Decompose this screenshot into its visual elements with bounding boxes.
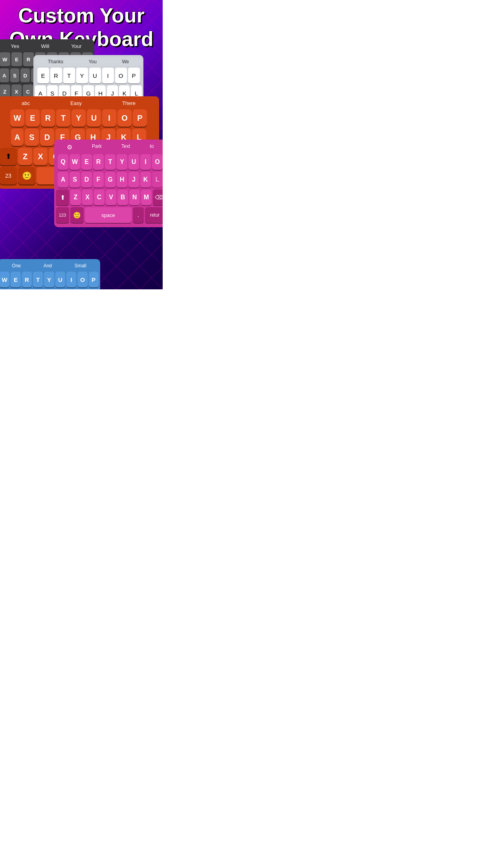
key-p[interactable]: P	[89, 272, 99, 287]
key-t[interactable]: T	[56, 109, 70, 127]
key-w[interactable]: W	[70, 154, 80, 170]
emoji-key[interactable]: 🙂	[70, 207, 84, 223]
key-o[interactable]: O	[77, 272, 87, 287]
key-e[interactable]: E	[81, 154, 92, 170]
key-x[interactable]: X	[82, 189, 93, 205]
key-k[interactable]: K	[140, 172, 151, 188]
suggestion-will[interactable]: Will	[41, 43, 49, 49]
autocomplete-light: Thanks You We	[35, 57, 142, 66]
key-v[interactable]: V	[106, 189, 116, 205]
key-s[interactable]: S	[70, 172, 80, 188]
key-i[interactable]: I	[140, 154, 151, 170]
key-d[interactable]: D	[20, 68, 30, 83]
key-o[interactable]: O	[115, 68, 127, 83]
app-container: Custom YourOwn Keyboard Yes Will Your W …	[0, 0, 163, 289]
suggestion-abc[interactable]: abc	[22, 100, 30, 106]
key-g[interactable]: G	[105, 172, 116, 188]
suggestion-text[interactable]: Text	[121, 143, 130, 151]
pink-row-3: ⬆ Z X C V B N M ⌫	[56, 189, 163, 205]
suggestion-small[interactable]: Small	[75, 263, 86, 268]
autocomplete-dark: Yes Will Your	[0, 42, 93, 51]
key-o[interactable]: O	[152, 154, 163, 170]
key-c[interactable]: C	[94, 189, 105, 205]
suggestion-and[interactable]: And	[44, 263, 52, 268]
return-key[interactable]: retur	[145, 207, 163, 223]
suggestion-yes[interactable]: Yes	[11, 43, 19, 49]
suggestion-one[interactable]: One	[12, 263, 21, 268]
settings-icon[interactable]: ⚙	[67, 143, 72, 151]
key-e[interactable]: E	[11, 272, 20, 287]
autocomplete-orange: abc Easy There	[0, 99, 158, 108]
blue-row-1: W E R T Y U I O P	[0, 272, 99, 287]
key-f[interactable]: F	[93, 172, 104, 188]
suggestion-we[interactable]: We	[122, 59, 129, 64]
key-h[interactable]: H	[117, 172, 127, 188]
key-t[interactable]: T	[63, 68, 75, 83]
light-row-1: E R T Y U I O P	[35, 68, 142, 83]
key-s[interactable]: S	[10, 68, 20, 83]
key-i[interactable]: I	[102, 109, 116, 127]
key-y[interactable]: Y	[76, 68, 88, 83]
key-a[interactable]: A	[11, 129, 24, 146]
key-j[interactable]: J	[128, 172, 139, 188]
key-a[interactable]: A	[0, 68, 9, 83]
suggestion-you[interactable]: You	[89, 59, 97, 64]
key-s[interactable]: S	[25, 129, 39, 146]
key-d[interactable]: D	[81, 172, 92, 188]
autocomplete-blue: One And Small	[0, 261, 99, 270]
key-w[interactable]: W	[10, 109, 24, 127]
key-y[interactable]: Y	[72, 109, 86, 127]
key-l[interactable]: L	[152, 172, 163, 188]
key-m[interactable]: M	[141, 189, 152, 205]
key-a[interactable]: A	[58, 172, 68, 188]
suggestion-there[interactable]: There	[122, 100, 136, 106]
key-r[interactable]: R	[41, 109, 55, 127]
key-u[interactable]: U	[55, 272, 65, 287]
key-r[interactable]: R	[23, 52, 34, 66]
suggestion-your[interactable]: Your	[71, 43, 81, 49]
key-d[interactable]: D	[40, 129, 54, 146]
key-n[interactable]: N	[129, 189, 140, 205]
suggestion-thanks[interactable]: Thanks	[48, 59, 63, 64]
key-u[interactable]: U	[87, 109, 101, 127]
key-p[interactable]: P	[128, 68, 140, 83]
key-z[interactable]: Z	[70, 189, 81, 205]
space-key[interactable]: space	[85, 207, 132, 223]
key-u[interactable]: U	[89, 68, 101, 83]
key-b[interactable]: B	[117, 189, 128, 205]
shift-key[interactable]: ⬆	[56, 189, 69, 205]
key-w[interactable]: W	[0, 272, 9, 287]
keyboard-blue: One And Small W E R T Y U I O P	[0, 259, 100, 289]
key-y[interactable]: Y	[44, 272, 54, 287]
pink-row-bottom: 123 🙂 space . retur	[56, 207, 163, 223]
delete-key[interactable]: ⌫	[153, 189, 163, 205]
key-y[interactable]: Y	[117, 154, 127, 170]
orange-row-1: W E R T Y U I O P	[0, 109, 158, 127]
emoji-key[interactable]: 🙂	[18, 167, 35, 184]
key-r[interactable]: R	[50, 68, 62, 83]
suggestion-easy[interactable]: Easy	[70, 100, 82, 106]
num-key[interactable]: 23	[0, 167, 17, 184]
key-z[interactable]: Z	[18, 148, 32, 165]
key-e[interactable]: E	[37, 68, 49, 83]
key-e[interactable]: E	[11, 52, 22, 66]
key-u[interactable]: U	[128, 154, 139, 170]
key-r[interactable]: R	[93, 154, 104, 170]
key-o[interactable]: O	[117, 109, 132, 127]
suggestion-to[interactable]: to	[150, 143, 154, 151]
key-w[interactable]: W	[0, 52, 10, 66]
key-i[interactable]: I	[66, 272, 76, 287]
key-t[interactable]: T	[33, 272, 43, 287]
dot-key[interactable]: .	[133, 207, 144, 223]
key-x[interactable]: X	[33, 148, 48, 165]
key-e[interactable]: E	[26, 109, 40, 127]
key-p[interactable]: P	[133, 109, 147, 127]
key-r[interactable]: R	[22, 272, 32, 287]
key-q[interactable]: Q	[58, 154, 68, 170]
autocomplete-pink: ⚙ Park Text to	[56, 142, 163, 153]
suggestion-park[interactable]: Park	[92, 143, 102, 151]
key-i[interactable]: I	[102, 68, 114, 83]
shift-key[interactable]: ⬆	[0, 148, 17, 165]
num-key[interactable]: 123	[56, 207, 69, 223]
key-t[interactable]: T	[105, 154, 116, 170]
